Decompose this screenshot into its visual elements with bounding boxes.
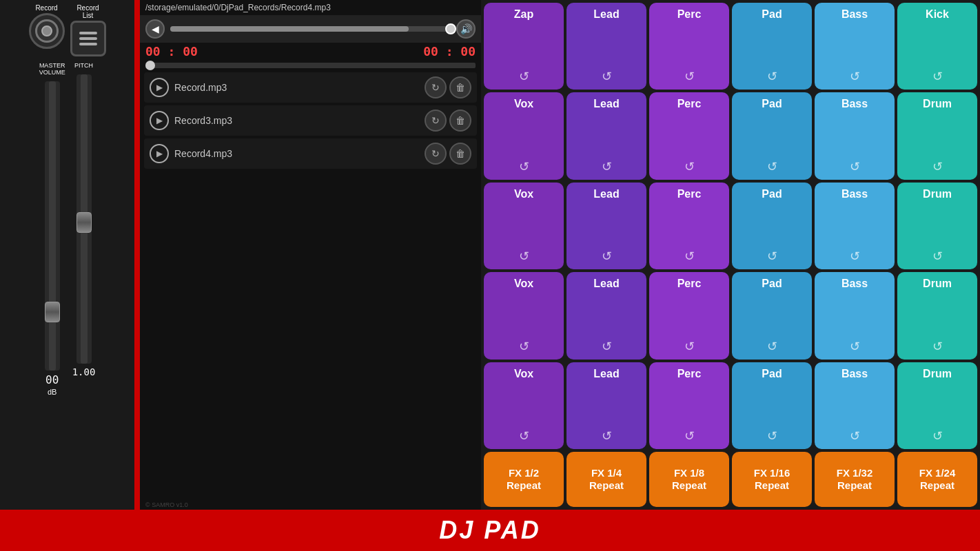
pad-loop-icon: ↺ [684, 249, 695, 264]
db-label: dB [48, 388, 57, 396]
pad-loop-icon: ↺ [932, 428, 943, 444]
pad-pad-1-3[interactable]: Pad↺ [732, 92, 812, 179]
pad-loop-icon: ↺ [684, 69, 695, 84]
pad-lead-2-1[interactable]: Lead↺ [566, 183, 646, 269]
file-play-button-0[interactable]: ▶ [150, 78, 169, 97]
record-button[interactable] [29, 13, 65, 49]
record-dot-icon [41, 25, 52, 37]
left-panel: Record RecordList [0, 0, 134, 510]
pad-loop-icon: ↺ [850, 249, 860, 264]
fx-pad-3[interactable]: FX 1/16Repeat [732, 452, 812, 507]
fx-pad-0[interactable]: FX 1/2Repeat [484, 452, 564, 507]
pitch-group: PITCH 1.00 [72, 62, 96, 377]
pad-bass-0-4[interactable]: Bass↺ [815, 3, 895, 90]
pad-vox-1-0[interactable]: Vox↺ [484, 92, 564, 179]
fx-pad-1[interactable]: FX 1/4Repeat [566, 452, 646, 507]
pad-kick-0-5[interactable]: Kick↺ [897, 3, 977, 90]
pad-perc-4-2[interactable]: Perc↺ [649, 362, 729, 449]
time-left: 00 : 00 [145, 44, 198, 59]
pad-label: Vox [514, 278, 533, 290]
pad-loop-icon: ↺ [602, 428, 612, 444]
pad-label: Perc [677, 368, 702, 380]
list-item[interactable]: ▶ Record4.mp3 ↻ 🗑 [144, 138, 477, 169]
pad-label: Bass [841, 98, 868, 110]
pad-bass-1-4[interactable]: Bass↺ [815, 92, 895, 179]
pad-drum-1-5[interactable]: Drum↺ [897, 92, 977, 179]
pad-drum-2-5[interactable]: Drum↺ [897, 183, 977, 269]
progress-thumb[interactable] [445, 23, 456, 34]
pad-perc-1-2[interactable]: Perc↺ [649, 92, 729, 179]
record-list-label: RecordList [76, 4, 99, 19]
pad-zap-0-0[interactable]: Zap↺ [484, 3, 564, 90]
pad-bass-4-4[interactable]: Bass↺ [815, 362, 895, 449]
pad-label: Lead [593, 8, 619, 21]
delete-button-2[interactable]: 🗑 [449, 143, 471, 165]
pad-row-3: Vox↺Lead↺Perc↺Pad↺Bass↺Drum↺ [484, 272, 977, 359]
delete-button-1[interactable]: 🗑 [449, 110, 471, 132]
pad-label: Vox [514, 188, 533, 200]
list-item[interactable]: ▶ Record.mp3 ↻ 🗑 [144, 72, 477, 103]
pad-row-1: Vox↺Lead↺Perc↺Pad↺Bass↺Drum↺ [484, 92, 977, 179]
pad-perc-0-2[interactable]: Perc↺ [649, 3, 729, 90]
delete-button-0[interactable]: 🗑 [449, 76, 471, 98]
share-button-2[interactable]: ↻ [425, 143, 447, 165]
pad-label: Drum [923, 278, 952, 290]
master-volume-slider[interactable] [45, 302, 60, 322]
fx-pad-4[interactable]: FX 1/32Repeat [815, 452, 895, 507]
pitch-value: 1.00 [72, 366, 96, 377]
pad-loop-icon: ↺ [850, 339, 860, 354]
pad-label: Bass [841, 278, 868, 290]
pad-lead-0-1[interactable]: Lead↺ [566, 3, 646, 90]
fx-pad-5[interactable]: FX 1/24Repeat [897, 452, 977, 507]
pad-bass-2-4[interactable]: Bass↺ [815, 183, 895, 269]
pad-perc-2-2[interactable]: Perc↺ [649, 183, 729, 269]
pad-grid: Zap↺Lead↺Perc↺Pad↺Bass↺Kick↺Vox↺Lead↺Per… [484, 3, 977, 449]
fx-pad-2[interactable]: FX 1/8Repeat [649, 452, 729, 507]
share-button-0[interactable]: ↻ [425, 76, 447, 98]
list-icon [79, 32, 97, 45]
seek-thumb[interactable] [145, 61, 155, 70]
file-actions-2: ↻ 🗑 [425, 143, 471, 165]
pad-label: Lead [593, 278, 619, 290]
pad-pad-2-3[interactable]: Pad↺ [732, 183, 812, 269]
file-play-button-1[interactable]: ▶ [150, 111, 169, 130]
pad-perc-3-2[interactable]: Perc↺ [649, 272, 729, 359]
pad-pad-0-3[interactable]: Pad↺ [732, 3, 812, 90]
pitch-slider[interactable] [76, 212, 92, 233]
pad-label: Vox [514, 368, 533, 380]
pad-loop-icon: ↺ [932, 339, 943, 354]
progress-bar[interactable] [170, 26, 451, 32]
volume-button[interactable]: 🔊 [456, 19, 476, 39]
pad-label: Pad [762, 8, 782, 21]
time-bar: 00 : 00 00 : 00 [140, 43, 481, 60]
pad-pad-4-3[interactable]: Pad↺ [732, 362, 812, 449]
pad-loop-icon: ↺ [850, 69, 860, 84]
red-vertical-bar [134, 0, 140, 510]
seek-track[interactable] [145, 63, 476, 68]
pad-vox-2-0[interactable]: Vox↺ [484, 183, 564, 269]
pad-drum-3-5[interactable]: Drum↺ [897, 272, 977, 359]
pad-pad-3-3[interactable]: Pad↺ [732, 272, 812, 359]
share-button-1[interactable]: ↻ [425, 110, 447, 132]
fx-row: FX 1/2RepeatFX 1/4RepeatFX 1/8RepeatFX 1… [484, 452, 977, 507]
file-play-button-2[interactable]: ▶ [150, 144, 169, 163]
pad-label: Perc [677, 188, 702, 200]
pad-lead-3-1[interactable]: Lead↺ [566, 272, 646, 359]
pad-loop-icon: ↺ [684, 159, 695, 174]
pad-grid-panel: Zap↺Lead↺Perc↺Pad↺Bass↺Kick↺Vox↺Lead↺Per… [481, 0, 980, 510]
pad-label: Lead [593, 368, 619, 380]
pad-vox-4-0[interactable]: Vox↺ [484, 362, 564, 449]
pad-label: Bass [841, 368, 868, 380]
play-prev-button[interactable]: ◀ [145, 19, 165, 39]
pad-lead-4-1[interactable]: Lead↺ [566, 362, 646, 449]
record-list-button[interactable] [70, 21, 106, 56]
pad-label: Drum [923, 98, 952, 110]
pad-label: Perc [677, 278, 702, 290]
list-item[interactable]: ▶ Record3.mp3 ↻ 🗑 [144, 105, 477, 136]
pad-bass-3-4[interactable]: Bass↺ [815, 272, 895, 359]
pad-loop-icon: ↺ [684, 428, 695, 444]
pad-lead-1-1[interactable]: Lead↺ [566, 92, 646, 179]
pad-vox-3-0[interactable]: Vox↺ [484, 272, 564, 359]
pad-loop-icon: ↺ [767, 69, 777, 84]
pad-drum-4-5[interactable]: Drum↺ [897, 362, 977, 449]
